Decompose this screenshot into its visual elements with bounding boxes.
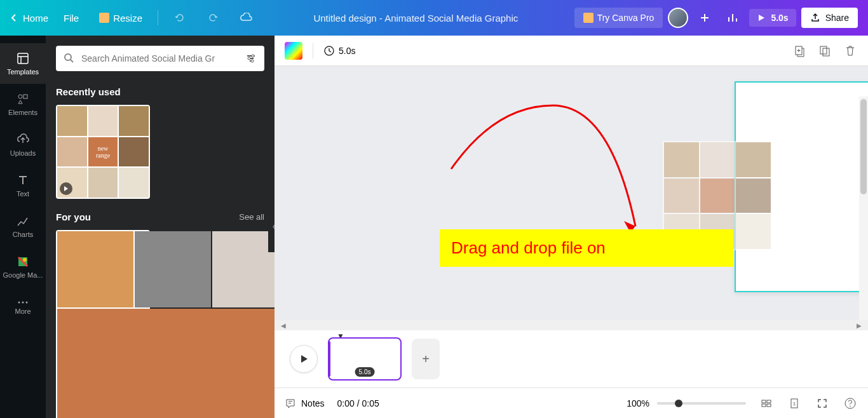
more-icon	[16, 300, 30, 305]
search-input[interactable]	[81, 53, 239, 64]
redo-button[interactable]	[201, 6, 224, 29]
crown-icon	[583, 13, 593, 23]
scrollbar-thumb[interactable]	[860, 99, 867, 194]
upload-icon	[810, 13, 820, 23]
duration-label: 5.0s	[339, 46, 355, 56]
nav-uploads[interactable]: Uploads	[0, 125, 46, 165]
side-panel: Recently used new range For you See all …	[46, 36, 275, 418]
home-label: Home	[23, 13, 48, 24]
frame-duration-badge: 5.0s	[355, 367, 375, 377]
svg-point-6	[22, 302, 24, 304]
file-button[interactable]: File	[58, 13, 84, 24]
topbar-left: Home File Resize	[10, 6, 257, 29]
undo-button[interactable]	[168, 6, 191, 29]
home-button[interactable]: Home	[10, 13, 48, 24]
panel-content[interactable]: Recently used new range For you See all …	[46, 81, 275, 418]
timeline-play-button[interactable]	[290, 345, 318, 373]
section-title: For you	[56, 212, 91, 222]
page-view-button[interactable]: 1	[787, 396, 802, 411]
svg-point-10	[248, 57, 250, 60]
charts-icon	[16, 214, 30, 228]
canvas-viewport[interactable]	[275, 66, 868, 320]
help-button[interactable]	[843, 396, 858, 411]
scroll-left-arrow[interactable]: ◀	[280, 321, 287, 329]
search-icon	[64, 53, 75, 64]
nav-label: Templates	[7, 68, 39, 76]
search-box[interactable]	[56, 46, 264, 71]
try-pro-button[interactable]: Try Canva Pro	[574, 8, 663, 28]
svg-rect-20	[823, 48, 829, 56]
try-pro-label: Try Canva Pro	[597, 13, 654, 23]
preview-duration: 5.0s	[771, 13, 788, 23]
filter-icon[interactable]	[245, 53, 257, 64]
uploads-icon	[16, 133, 30, 147]
topbar-right: Try Canva Pro 5.0s Share	[574, 6, 858, 29]
see-all-link[interactable]: See all	[239, 212, 264, 222]
nav-elements[interactable]: Elements	[0, 84, 46, 125]
notes-button[interactable]: Notes	[285, 398, 325, 409]
nav-label: Google Ma...	[3, 271, 43, 279]
add-page-button[interactable]	[792, 43, 807, 58]
templates-icon	[16, 51, 30, 65]
avatar[interactable]	[668, 8, 688, 28]
canvas-area: 5.0s	[275, 36, 868, 418]
play-icon	[757, 13, 766, 22]
divider	[158, 10, 158, 25]
template-recently-used[interactable]: new range	[56, 105, 150, 199]
timeline: ▼ 5.0s +	[275, 330, 868, 388]
page-duration-button[interactable]: 5.0s	[323, 45, 355, 57]
svg-point-8	[65, 54, 71, 60]
nav-label: Charts	[13, 231, 33, 238]
topbar: Home File Resize Untitled design - Anima…	[0, 0, 868, 36]
insights-button[interactable]	[721, 6, 744, 29]
add-member-button[interactable]	[693, 6, 716, 29]
zoom-slider[interactable]	[657, 402, 746, 405]
fullscreen-button[interactable]	[815, 396, 830, 411]
zoom-thumb[interactable]	[675, 400, 682, 407]
zoom-value[interactable]: 100%	[627, 398, 649, 408]
nav-more[interactable]: More	[0, 287, 46, 328]
add-frame-button[interactable]: +	[412, 339, 440, 379]
svg-point-5	[18, 302, 20, 304]
nav-label: More	[15, 307, 31, 315]
preview-button[interactable]: 5.0s	[749, 9, 796, 27]
resize-button[interactable]: Resize	[94, 13, 147, 24]
nav-templates[interactable]: Templates	[0, 43, 46, 84]
nav-google-maps[interactable]: Google Ma...	[0, 246, 46, 287]
share-label: Share	[825, 13, 849, 23]
play-overlay-icon	[60, 182, 72, 195]
background-color-button[interactable]	[285, 42, 302, 60]
svg-rect-19	[820, 46, 827, 54]
svg-rect-22	[767, 400, 771, 403]
notes-icon	[285, 398, 296, 409]
svg-point-1	[18, 95, 22, 98]
svg-point-4	[23, 258, 27, 262]
share-button[interactable]: Share	[801, 8, 858, 28]
design-title[interactable]: Untitled design - Animated Social Media …	[262, 13, 569, 24]
chart-icon	[727, 12, 738, 24]
delete-page-button[interactable]	[843, 43, 858, 58]
nav-label: Text	[17, 190, 29, 198]
nav-text[interactable]: Text	[0, 165, 46, 206]
clock-icon	[323, 45, 335, 57]
crown-icon	[99, 13, 109, 23]
template-for-you[interactable]: I'm at my happiest at home	[56, 230, 150, 418]
sidenav: Templates Elements Uploads Text Charts G…	[0, 36, 46, 418]
vertical-scrollbar[interactable]	[859, 97, 868, 320]
svg-rect-23	[762, 404, 766, 407]
cloud-sync-button[interactable]	[234, 6, 257, 29]
svg-point-28	[850, 405, 851, 407]
zoom-control: 100%	[627, 398, 746, 408]
divider	[313, 43, 313, 58]
time-display: 0:00 / 0:05	[337, 398, 379, 408]
nav-charts[interactable]: Charts	[0, 206, 46, 246]
main: Templates Elements Uploads Text Charts G…	[0, 36, 868, 418]
duplicate-page-button[interactable]	[817, 43, 832, 58]
scroll-right-arrow[interactable]: ▶	[855, 321, 863, 329]
grid-view-button[interactable]	[759, 396, 774, 411]
horizontal-scrollbar[interactable]: ◀ ▶	[275, 320, 868, 330]
undo-icon	[174, 12, 186, 24]
plus-icon	[699, 12, 710, 24]
timeline-frame[interactable]: 5.0s	[328, 337, 402, 381]
svg-rect-0	[18, 53, 28, 64]
